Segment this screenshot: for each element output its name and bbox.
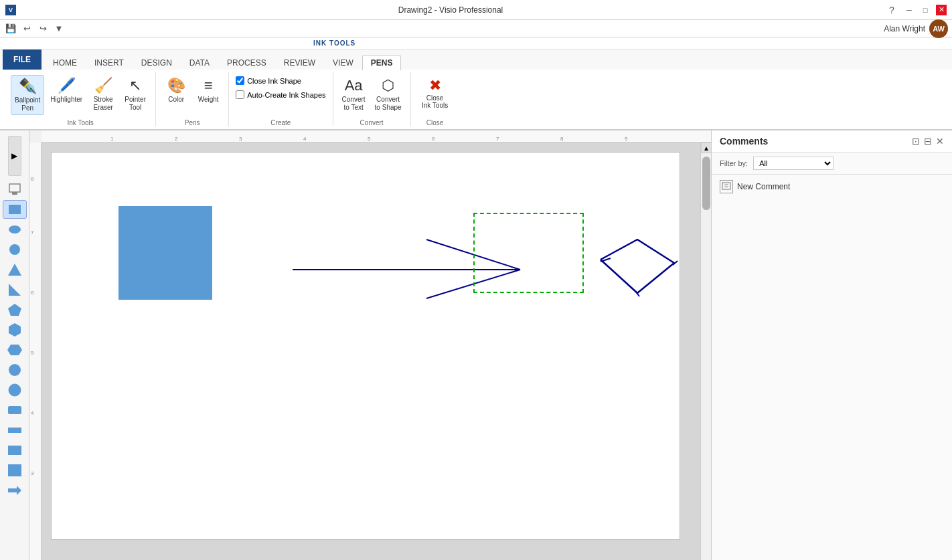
ribbon: INK TOOLS FILE HOME INSERT DESIGN DATA P… xyxy=(0,37,952,130)
ribbon-group-ink-tools: ✒️ BallpointPen 🖊️ Highlighter 🧹 StrokeE… xyxy=(5,72,156,126)
svg-rect-0 xyxy=(9,184,20,192)
convert-to-shape-button[interactable]: ⬡ Convertto Shape xyxy=(372,75,405,114)
app-icon: V xyxy=(5,5,16,15)
scroll-up-button[interactable]: ▲ xyxy=(701,143,711,153)
highlighter-icon: 🖊️ xyxy=(58,77,76,94)
convert-buttons: Aa Convertto Text ⬡ Convertto Shape xyxy=(339,72,405,118)
shape-ellipse[interactable] xyxy=(3,220,27,239)
close-ink-tools-button[interactable]: ✖ CloseInk Tools xyxy=(416,75,454,111)
auto-create-checkbox[interactable] xyxy=(236,90,244,99)
svg-rect-2 xyxy=(9,205,21,214)
shape-hexagon[interactable] xyxy=(3,320,27,339)
help-button[interactable]: ? xyxy=(885,3,898,17)
ink-tools-heading: INK TOOLS xyxy=(313,39,355,47)
pointer-tool-icon: ↖ xyxy=(129,77,141,94)
scroll-track[interactable] xyxy=(701,153,711,560)
shape-rect2[interactable] xyxy=(3,421,27,440)
shape-circle2[interactable] xyxy=(3,401,27,419)
ballpoint-pen-button[interactable]: ✒️ BallpointPen xyxy=(11,75,44,115)
minimize-button[interactable]: ─ xyxy=(904,5,915,15)
tab-data[interactable]: DATA xyxy=(181,55,218,70)
stroke-eraser-button[interactable]: 🧹 StrokeEraser xyxy=(88,75,118,114)
color-button[interactable]: 🎨 Color xyxy=(161,75,191,106)
svg-rect-13 xyxy=(8,428,21,433)
scroll-thumb[interactable] xyxy=(702,157,710,210)
ribbon-tabs: FILE HOME INSERT DESIGN DATA PROCESS REV… xyxy=(0,50,952,70)
ribbon-group-convert: Aa Convertto Text ⬡ Convertto Shape Conv… xyxy=(333,72,411,126)
title-bar-left: V xyxy=(5,5,16,15)
shape-arrow[interactable] xyxy=(3,481,27,500)
shape-octagon[interactable] xyxy=(3,381,27,399)
tab-home[interactable]: HOME xyxy=(44,55,86,70)
shape-panel-expand[interactable]: ▶ xyxy=(8,136,21,176)
shape-rect-blue[interactable] xyxy=(3,200,27,219)
comments-expand-button[interactable]: ⊡ xyxy=(912,136,920,147)
close-ink-tools-icon: ✖ xyxy=(429,77,441,94)
shape-circle[interactable] xyxy=(3,240,27,259)
convert-to-shape-icon: ⬡ xyxy=(382,77,394,94)
tab-design[interactable]: DESIGN xyxy=(133,55,181,70)
close-buttons: ✖ CloseInk Tools xyxy=(416,72,454,118)
shape-heptagon[interactable] xyxy=(3,361,27,379)
svg-marker-8 xyxy=(9,323,21,337)
redo-button[interactable]: ↪ xyxy=(36,22,50,35)
tab-file[interactable]: FILE xyxy=(3,50,42,70)
svg-marker-6 xyxy=(9,284,21,296)
svg-rect-15 xyxy=(8,464,21,476)
pens-group-label: Pens xyxy=(161,118,223,126)
close-button[interactable]: ✕ xyxy=(936,5,947,15)
comments-popout-button[interactable]: ⊟ xyxy=(924,136,932,147)
ballpoint-pen-icon: ✒️ xyxy=(19,78,37,95)
convert-to-text-button[interactable]: Aa Convertto Text xyxy=(339,75,369,114)
filter-select[interactable]: All Open Resolved Mine xyxy=(753,157,834,170)
shape-right-triangle[interactable] xyxy=(3,280,27,299)
svg-marker-5 xyxy=(8,264,21,276)
maximize-button[interactable]: □ xyxy=(920,5,931,15)
ribbon-group-create: Close Ink Shape Auto-Create Ink Shapes C… xyxy=(229,72,333,126)
new-comment-label: New Comment xyxy=(737,182,790,191)
tab-view[interactable]: VIEW xyxy=(324,55,362,70)
svg-rect-12 xyxy=(8,406,21,414)
ribbon-content: ✒️ BallpointPen 🖊️ Highlighter 🧹 StrokeE… xyxy=(0,70,952,129)
tab-review[interactable]: REVIEW xyxy=(275,55,324,70)
new-comment-row[interactable]: New Comment xyxy=(712,175,952,199)
shape-pentagon[interactable] xyxy=(3,300,27,319)
pointer-tool-button[interactable]: ↖ PointerTool xyxy=(121,75,150,114)
user-name: Alan Wright xyxy=(884,24,925,33)
new-comment-icon xyxy=(720,180,733,193)
shape-rect3[interactable] xyxy=(3,441,27,460)
shape-stamp[interactable] xyxy=(3,180,27,199)
close-ink-shape-checkbox[interactable] xyxy=(236,76,244,85)
undo-button[interactable]: ↩ xyxy=(20,22,33,35)
tab-process[interactable]: PROCESS xyxy=(218,55,275,70)
comments-panel: Comments ⊡ ⊟ ✕ Filter by: All Open Resol… xyxy=(711,130,952,560)
create-buttons: Close Ink Shape Auto-Create Ink Shapes xyxy=(234,72,327,118)
vertical-ruler: 8 7 6 5 4 3 xyxy=(29,143,42,560)
shape-triangle[interactable] xyxy=(3,260,27,279)
tab-pens[interactable]: PENS xyxy=(362,55,402,70)
weight-button[interactable]: ≡ Weight xyxy=(193,75,223,106)
stroke-eraser-icon: 🧹 xyxy=(94,77,112,94)
convert-group-label: Convert xyxy=(339,118,405,126)
highlighter-button[interactable]: 🖊️ Highlighter xyxy=(47,75,86,106)
vertical-scrollbar[interactable]: ▲ ▼ xyxy=(700,143,711,560)
save-button[interactable]: 💾 xyxy=(4,22,17,35)
shape-rect4[interactable] xyxy=(3,461,27,480)
create-check-group: Close Ink Shape Auto-Create Ink Shapes xyxy=(234,75,327,100)
drawing-canvas-container[interactable] xyxy=(42,143,700,560)
close-ink-shape-check[interactable]: Close Ink Shape xyxy=(234,75,327,86)
drawing-canvas[interactable] xyxy=(51,152,680,540)
title-bar: V Drawing2 - Visio Professional ? ─ □ ✕ xyxy=(0,0,952,20)
app-title: Drawing2 - Visio Professional xyxy=(16,5,885,15)
quick-access-dropdown[interactable]: ▼ xyxy=(52,22,66,35)
user-area[interactable]: Alan Wright AW xyxy=(884,19,948,38)
shape-flat-hexagon[interactable] xyxy=(3,341,27,359)
auto-create-check[interactable]: Auto-Create Ink Shapes xyxy=(234,89,327,100)
tab-insert[interactable]: INSERT xyxy=(86,55,133,70)
create-group-label: Create xyxy=(234,118,327,126)
convert-to-text-icon: Aa xyxy=(345,77,363,94)
canvas-area: 1 2 3 4 5 6 7 8 9 8 7 6 5 4 3 xyxy=(29,130,711,560)
comments-filter-row: Filter by: All Open Resolved Mine xyxy=(712,153,952,175)
comments-close-button[interactable]: ✕ xyxy=(936,136,944,147)
comments-title: Comments xyxy=(720,136,768,147)
